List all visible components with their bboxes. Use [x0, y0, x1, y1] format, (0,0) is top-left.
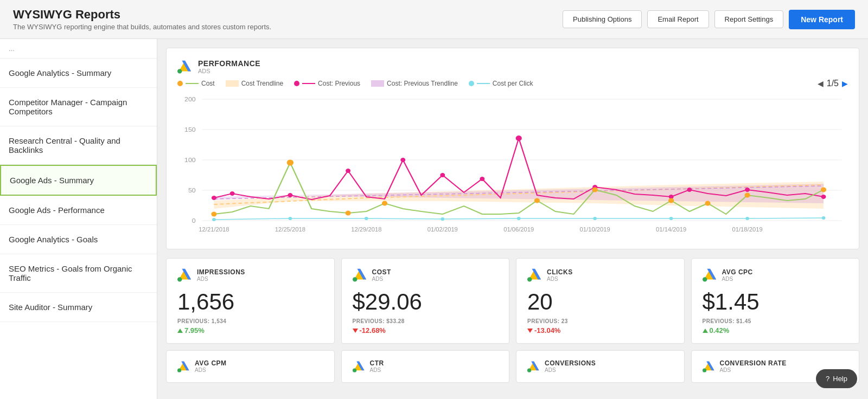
- legend-cost-per-click: Cost per Click: [469, 80, 533, 87]
- svg-point-38: [346, 211, 350, 215]
- svg-point-46: [212, 218, 216, 221]
- metric-conversions-sub: ADS: [545, 367, 596, 373]
- svg-point-29: [480, 177, 484, 181]
- svg-text:100: 100: [184, 157, 196, 163]
- metric-cost-header: COST ADS: [353, 267, 499, 282]
- svg-text:01/18/2019: 01/18/2019: [732, 227, 763, 233]
- svg-point-75: [527, 368, 531, 372]
- svg-point-69: [177, 368, 181, 372]
- svg-point-78: [703, 368, 706, 372]
- metric-clicks-header: CLICKS ADS: [527, 267, 673, 282]
- metric-clicks-previous: PREVIOUS: 23: [527, 318, 673, 324]
- google-ads-icon-avg-cpm: [177, 360, 190, 373]
- down-arrow-icon-clicks: [527, 329, 533, 333]
- metric-clicks-value: 20: [527, 289, 673, 315]
- chart-page-indicator: 1/5: [827, 79, 839, 88]
- svg-point-36: [212, 212, 216, 216]
- metric-cost-previous: PREVIOUS: $33.28: [353, 318, 499, 324]
- svg-point-24: [230, 191, 235, 196]
- svg-point-37: [287, 160, 293, 165]
- svg-point-40: [534, 198, 539, 203]
- sidebar-item-google-ads-summary[interactable]: Google Ads - Summary: [0, 165, 157, 196]
- metric-card-avg-cpm: AVG CPM ADS: [166, 350, 335, 383]
- chart-header: PERFORMANCE ADS: [177, 59, 848, 74]
- help-button[interactable]: ? Help: [816, 369, 857, 388]
- svg-point-27: [400, 158, 405, 162]
- sidebar-item-research-central[interactable]: Research Central - Quality and Backlinks: [0, 126, 157, 165]
- metric-cost-title: COST: [372, 268, 391, 276]
- metric-avg-cpc-previous: PREVIOUS: $1.45: [703, 318, 848, 324]
- svg-point-47: [289, 217, 292, 220]
- svg-text:200: 200: [184, 96, 196, 102]
- metric-conversion-rate-sub: ADS: [720, 367, 787, 373]
- legend-cost-previous-trendline-swatch: [371, 80, 384, 87]
- svg-point-63: [527, 277, 532, 281]
- google-ads-icon-avg-cpc: [703, 267, 718, 282]
- sidebar-item-site-auditor-summary[interactable]: Site Auditor - Summary: [0, 293, 157, 322]
- legend-cost-trendline-swatch: [226, 80, 239, 87]
- svg-point-41: [592, 188, 597, 192]
- sidebar-item-google-analytics-summary[interactable]: Google Analytics - Summary: [0, 59, 157, 88]
- publishing-options-button[interactable]: Publishing Options: [563, 10, 642, 28]
- sidebar: ... Google Analytics - Summary Competito…: [0, 39, 157, 399]
- main-layout: ... Google Analytics - Summary Competito…: [0, 39, 868, 399]
- metric-impressions-sub: ADS: [197, 276, 245, 282]
- svg-text:12/29/2018: 12/29/2018: [351, 227, 381, 233]
- chart-legend: Cost Cost Trendline Cost: Previous Cost:…: [177, 79, 848, 88]
- metric-card-conversions: CONVERSIONS ADS: [516, 350, 685, 383]
- report-settings-button[interactable]: Report Settings: [714, 10, 784, 28]
- metric-avg-cpm-header: AVG CPM ADS: [177, 359, 323, 373]
- legend-cost-dot: [177, 81, 183, 86]
- metric-impressions-value: 1,656: [177, 289, 323, 315]
- metric-impressions-previous: PREVIOUS: 1,534: [177, 318, 323, 324]
- svg-text:12/25/2018: 12/25/2018: [275, 227, 305, 233]
- metric-card-cost: COST ADS $29.06 PREVIOUS: $33.28 -12.68%: [341, 258, 510, 344]
- google-ads-icon-ctr: [353, 360, 366, 373]
- sidebar-item-google-ads-performance[interactable]: Google Ads - Performance: [0, 196, 157, 225]
- email-report-button[interactable]: Email Report: [647, 10, 709, 28]
- metrics-grid: IMPRESSIONS ADS 1,656 PREVIOUS: 1,534 7.…: [166, 258, 859, 344]
- metric-cost-sub: ADS: [372, 276, 391, 282]
- chart-title-block: PERFORMANCE ADS: [198, 59, 260, 74]
- performance-chart-card: PERFORMANCE ADS Cost Cost Trendline: [166, 48, 859, 249]
- sidebar-top-label: ...: [0, 39, 157, 59]
- metric-avg-cpc-header: AVG CPC ADS: [703, 267, 848, 282]
- svg-point-25: [288, 193, 292, 197]
- chart-subtitle: ADS: [198, 68, 260, 74]
- chart-prev-button[interactable]: ◀: [818, 79, 824, 88]
- svg-text:01/06/2019: 01/06/2019: [503, 227, 534, 233]
- app-subtitle: The WYSIWYG reporting engine that builds…: [13, 23, 271, 31]
- svg-point-26: [346, 169, 350, 173]
- metric-cost-change: -12.68%: [353, 326, 499, 334]
- sidebar-item-seo-metrics-goals[interactable]: SEO Metrics - Goals from Organic Traffic: [0, 254, 157, 293]
- google-ads-icon-cost: [353, 267, 368, 282]
- svg-point-45: [821, 188, 826, 192]
- svg-point-72: [353, 368, 356, 372]
- legend-cost-previous: Cost: Previous: [294, 80, 360, 87]
- legend-cost-per-click-dot: [469, 81, 474, 86]
- new-report-button[interactable]: New Report: [789, 10, 855, 29]
- google-ads-icon: [177, 59, 193, 74]
- svg-point-35: [821, 195, 826, 199]
- google-ads-icon-conversion-rate: [703, 360, 716, 373]
- sidebar-item-competitor-manager[interactable]: Competitor Manager - Campaign Competitor…: [0, 88, 157, 126]
- svg-point-60: [353, 277, 357, 281]
- metric-clicks-change: -13.04%: [527, 326, 673, 334]
- metric-avg-cpm-title: AVG CPM: [195, 359, 227, 367]
- svg-point-48: [365, 217, 368, 220]
- metric-clicks-title: CLICKS: [547, 268, 573, 276]
- sidebar-item-google-analytics-goals[interactable]: Google Analytics - Goals: [0, 225, 157, 254]
- svg-point-28: [440, 173, 445, 177]
- svg-text:01/10/2019: 01/10/2019: [580, 227, 610, 233]
- chart-pagination: ◀ 1/5 ▶: [818, 79, 848, 88]
- legend-cost: Cost: [177, 80, 215, 87]
- chart-next-button[interactable]: ▶: [842, 79, 848, 88]
- svg-point-34: [745, 188, 750, 192]
- svg-point-49: [441, 217, 444, 221]
- metric-impressions-header: IMPRESSIONS ADS: [177, 267, 323, 282]
- svg-text:12/21/2018: 12/21/2018: [199, 227, 229, 233]
- svg-point-33: [687, 188, 692, 192]
- legend-cost-previous-trendline: Cost: Previous Trendline: [371, 80, 458, 87]
- svg-text:50: 50: [188, 187, 196, 194]
- down-arrow-icon: [353, 329, 358, 333]
